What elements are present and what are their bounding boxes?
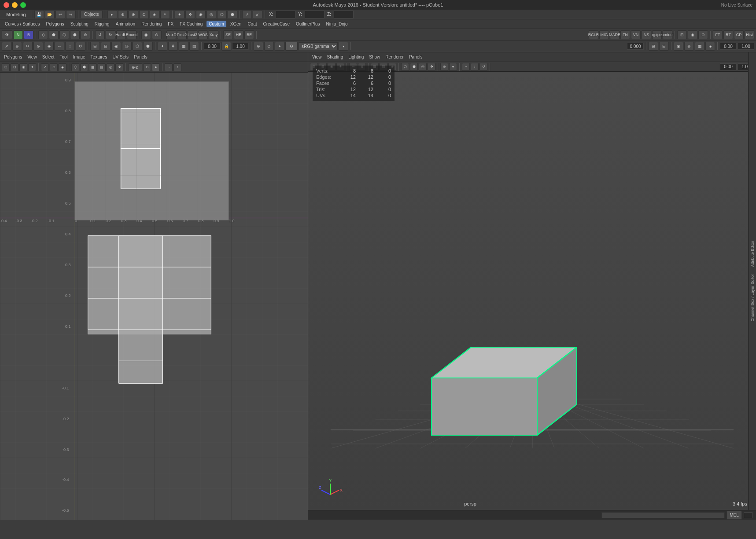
uv-toolbar[interactable]: ⊞ ⊟ ◉ ✦ ↗ ⊕ ◈ ⬡ ⬢ ▦ ▤ ◎ ❖ ⊕⊗ ⊙ ● ↔ ↕ — [0, 62, 308, 73]
uv-t6[interactable]: ⊕ — [50, 63, 58, 71]
uv2-tb4[interactable]: ⊗ — [33, 42, 43, 51]
vp-t18[interactable]: ↺ — [479, 63, 487, 71]
open-btn[interactable]: 📂 — [45, 10, 55, 19]
uv-t4[interactable]: ✦ — [28, 63, 36, 71]
uv-tb7[interactable]: ⬢ — [70, 30, 80, 39]
toolbar-row1[interactable]: 👁 N B ◇ ⬟ ⬡ ⬢ ⊕ ↺ ↻ HardU Round ◉ ⊙ MaxD… — [0, 29, 756, 40]
tab-curves-surfaces[interactable]: Curves / Surfaces — [3, 21, 42, 27]
tb-made[interactable]: MADE — [610, 30, 620, 39]
uv2-tb20[interactable]: ⊙ — [264, 42, 274, 51]
tb1[interactable]: ▸ — [107, 10, 117, 19]
toolbar-row2[interactable]: ↗ ⊕ ✂ ⊗ ◈ ↔ ↕ ↺ ⊞ ⊟ ◉ ◎ ⬡ ⬢ ✦ ❖ ▦ ▤ 0.00… — [0, 40, 756, 52]
vp-num1[interactable]: 0.00 — [720, 63, 737, 70]
tb3[interactable]: ⊗ — [129, 10, 138, 19]
uv-t17[interactable]: ↔ — [165, 63, 173, 71]
vp-menu-panels[interactable]: Panels — [407, 54, 425, 60]
tb10[interactable]: ◎ — [207, 10, 216, 19]
uv2-tb9[interactable]: ⊞ — [90, 42, 100, 51]
uv-menu-polygons[interactable]: Polygons — [2, 54, 24, 60]
vp-menu-shading[interactable]: Shading — [325, 54, 346, 60]
uv-t5[interactable]: ↗ — [41, 63, 49, 71]
uv-tb12[interactable]: Round — [127, 30, 136, 39]
uv-tb3[interactable]: B — [24, 30, 33, 39]
uv-t18[interactable]: ↕ — [173, 63, 181, 71]
vp-t10[interactable]: ⬡ — [401, 63, 409, 71]
tab-outlinerplus[interactable]: OutlinerPlus — [294, 21, 322, 27]
uv2-right1[interactable]: ⊞ — [649, 42, 658, 51]
objects-btn[interactable]: Objects — [81, 10, 103, 19]
uv2-tb19[interactable]: ⊕ — [254, 42, 263, 51]
val3-input[interactable]: 0.000 — [627, 43, 644, 50]
vp-menu-lighting[interactable]: Lighting — [346, 54, 366, 60]
vp-t14[interactable]: ⊙ — [440, 63, 448, 71]
tb-mig[interactable]: MIG — [599, 30, 609, 39]
uv-tb9[interactable]: ↺ — [95, 30, 105, 39]
tab-animation[interactable]: Animation — [114, 21, 137, 27]
uv-t10[interactable]: ▦ — [89, 63, 97, 71]
uv-menu-view[interactable]: View — [25, 54, 39, 60]
save-btn[interactable]: 💾 — [34, 10, 44, 19]
uv-be[interactable]: BE — [244, 30, 254, 39]
uv-first2[interactable]: First2 — [177, 30, 187, 39]
minimize-button[interactable] — [12, 2, 18, 8]
vp-tb3[interactable]: ▦ — [695, 42, 704, 51]
tab-rigging[interactable]: Rigging — [92, 21, 112, 27]
uv-menu-select[interactable]: Select — [40, 54, 57, 60]
viewport-3d[interactable]: X Z Y persp 3.4 fps — [308, 72, 756, 510]
tb8[interactable]: ❖ — [185, 10, 195, 19]
uv-tb1[interactable]: 👁 — [2, 30, 12, 39]
vp-t16[interactable]: ↔ — [462, 63, 470, 71]
uv-menu-panels[interactable]: Panels — [132, 54, 150, 60]
uv-editor-panel[interactable]: Polygons View Select Tool Image Textures… — [0, 52, 308, 510]
val1-input[interactable]: 0.00 — [204, 43, 221, 50]
uv2-tb1[interactable]: ↗ — [2, 42, 11, 51]
tb-cp[interactable]: CP — [734, 30, 744, 39]
uv-t9[interactable]: ⬢ — [80, 63, 88, 71]
uv2-right2[interactable]: ⊟ — [659, 42, 669, 51]
uv-tb4[interactable]: ◇ — [38, 30, 48, 39]
uv-canvas[interactable]: 0.9 0.8 0.7 0.6 0.5 0.4 0.3 0.2 0.1 -0.1… — [0, 73, 308, 520]
uv-wos[interactable]: WOS — [198, 30, 208, 39]
uv-xray[interactable]: Xray — [209, 30, 218, 39]
uv2-tb7[interactable]: ↕ — [65, 42, 75, 51]
uv-tb14[interactable]: ⊙ — [152, 30, 162, 39]
uv-tb13[interactable]: ◉ — [141, 30, 151, 39]
vp-menu-renderer[interactable]: Renderer — [383, 54, 406, 60]
tb-extra1[interactable]: ⊙ — [698, 30, 708, 39]
tab-fx[interactable]: FX — [166, 21, 176, 27]
uv-tb8[interactable]: ⊕ — [81, 30, 90, 39]
close-button[interactable] — [4, 2, 9, 8]
vp-t11[interactable]: ⬢ — [410, 63, 418, 71]
redo-btn[interactable]: ↪ — [66, 10, 76, 19]
uv2-tb2[interactable]: ⊕ — [12, 42, 22, 51]
y-input[interactable] — [305, 11, 325, 18]
uv-t11[interactable]: ▤ — [98, 63, 106, 71]
attr-editor-tab[interactable]: Attribute Editor — [749, 239, 756, 269]
vp-tb1[interactable]: ◉ — [674, 42, 683, 51]
uv-menu-textures[interactable]: Textures — [89, 54, 110, 60]
tb-grid[interactable]: ⊞ — [677, 30, 687, 39]
vp-t12[interactable]: ◎ — [419, 63, 427, 71]
vp-tb4[interactable]: ◈ — [705, 42, 715, 51]
vp-val2[interactable]: 1.00 — [738, 43, 754, 50]
uv-menu-tool[interactable]: Tool — [57, 54, 70, 60]
z-input[interactable] — [334, 11, 354, 18]
uv2-tb22[interactable]: ⚙ — [285, 42, 298, 51]
uv2-tb18[interactable]: ▤ — [189, 42, 199, 51]
vp-menu-show[interactable]: Show — [367, 54, 382, 60]
uv-tb2[interactable]: N — [13, 30, 23, 39]
uv-tb11[interactable]: HardU — [116, 30, 126, 39]
uv-t3[interactable]: ◉ — [19, 63, 27, 71]
uv-menu-uvsets[interactable]: UV Sets — [110, 54, 131, 60]
tb-rt[interactable]: RT — [723, 30, 733, 39]
tab-fx-caching[interactable]: FX Caching — [177, 21, 205, 27]
uv2-tb8[interactable]: ↺ — [76, 42, 85, 51]
tab-coat[interactable]: Coat — [245, 21, 259, 27]
uv-tb5[interactable]: ⬟ — [49, 30, 59, 39]
viewport-panel[interactable]: View Shading Lighting Show Renderer Pane… — [308, 52, 756, 510]
tab-ninja-dojo[interactable]: Ninja_Dojo — [324, 21, 350, 27]
vp-menu-view[interactable]: View — [310, 54, 324, 60]
tb13[interactable]: ↗ — [242, 10, 252, 19]
tb12[interactable]: ⬢ — [228, 10, 237, 19]
undo-btn[interactable]: ↩ — [55, 10, 65, 19]
